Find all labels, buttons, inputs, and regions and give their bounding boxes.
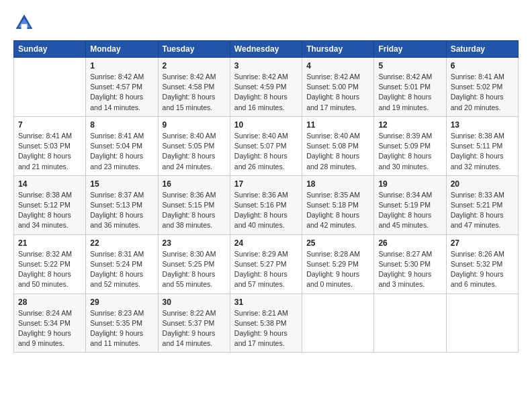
day-number: 3 <box>234 61 298 71</box>
day-info: Sunrise: 8:34 AMSunset: 5:19 PMDaylight:… <box>378 190 441 231</box>
day-number: 16 <box>163 179 226 189</box>
calendar-cell: 9Sunrise: 8:40 AMSunset: 5:05 PMDaylight… <box>158 116 230 175</box>
day-number: 7 <box>18 120 81 130</box>
calendar-cell: 29Sunrise: 8:23 AMSunset: 5:35 PMDayligh… <box>86 293 158 353</box>
logo-icon <box>13 12 35 34</box>
calendar-cell: 8Sunrise: 8:41 AMSunset: 5:04 PMDaylight… <box>86 116 158 175</box>
day-info: Sunrise: 8:33 AMSunset: 5:21 PMDaylight:… <box>451 190 514 231</box>
day-number: 11 <box>306 120 369 130</box>
day-info: Sunrise: 8:36 AMSunset: 5:15 PMDaylight:… <box>163 190 226 231</box>
day-info: Sunrise: 8:39 AMSunset: 5:09 PMDaylight:… <box>378 131 441 172</box>
day-info: Sunrise: 8:40 AMSunset: 5:07 PMDaylight:… <box>234 131 298 172</box>
col-header-wednesday: Wednesday <box>230 41 302 58</box>
calendar-cell: 14Sunrise: 8:38 AMSunset: 5:12 PMDayligh… <box>14 175 86 234</box>
day-info: Sunrise: 8:38 AMSunset: 5:12 PMDaylight:… <box>18 190 81 231</box>
day-info: Sunrise: 8:37 AMSunset: 5:13 PMDaylight:… <box>90 190 153 231</box>
day-number: 5 <box>378 61 441 71</box>
day-number: 9 <box>163 120 226 130</box>
day-info: Sunrise: 8:21 AMSunset: 5:38 PMDaylight:… <box>234 308 298 349</box>
day-number: 18 <box>306 179 369 189</box>
day-info: Sunrise: 8:27 AMSunset: 5:30 PMDaylight:… <box>378 249 441 290</box>
calendar-cell: 25Sunrise: 8:28 AMSunset: 5:29 PMDayligh… <box>302 234 374 293</box>
day-info: Sunrise: 8:42 AMSunset: 5:00 PMDaylight:… <box>306 72 369 113</box>
calendar-cell: 4Sunrise: 8:42 AMSunset: 5:00 PMDaylight… <box>302 58 374 117</box>
calendar-cell: 24Sunrise: 8:29 AMSunset: 5:27 PMDayligh… <box>230 234 302 293</box>
calendar-cell: 21Sunrise: 8:32 AMSunset: 5:22 PMDayligh… <box>14 234 86 293</box>
day-info: Sunrise: 8:41 AMSunset: 5:04 PMDaylight:… <box>90 131 153 172</box>
day-number: 26 <box>378 238 441 248</box>
day-info: Sunrise: 8:40 AMSunset: 5:08 PMDaylight:… <box>306 131 369 172</box>
day-info: Sunrise: 8:26 AMSunset: 5:32 PMDaylight:… <box>451 249 514 290</box>
day-info: Sunrise: 8:28 AMSunset: 5:29 PMDaylight:… <box>306 249 369 290</box>
day-number: 12 <box>378 120 441 130</box>
calendar-cell: 5Sunrise: 8:42 AMSunset: 5:01 PMDaylight… <box>374 58 446 117</box>
day-number: 2 <box>163 61 226 71</box>
calendar-cell <box>302 293 374 353</box>
day-info: Sunrise: 8:41 AMSunset: 5:03 PMDaylight:… <box>18 131 81 172</box>
calendar-week-row: 1Sunrise: 8:42 AMSunset: 4:57 PMDaylight… <box>14 58 519 117</box>
col-header-thursday: Thursday <box>302 41 374 58</box>
day-number: 31 <box>234 298 298 307</box>
calendar-week-row: 28Sunrise: 8:24 AMSunset: 5:34 PMDayligh… <box>14 293 519 353</box>
calendar-cell: 13Sunrise: 8:38 AMSunset: 5:11 PMDayligh… <box>446 116 518 175</box>
day-number: 14 <box>18 179 81 189</box>
col-header-monday: Monday <box>86 41 158 58</box>
day-info: Sunrise: 8:29 AMSunset: 5:27 PMDaylight:… <box>234 249 298 290</box>
day-info: Sunrise: 8:23 AMSunset: 5:35 PMDaylight:… <box>90 308 153 349</box>
calendar-cell: 6Sunrise: 8:41 AMSunset: 5:02 PMDaylight… <box>446 58 518 117</box>
day-info: Sunrise: 8:35 AMSunset: 5:18 PMDaylight:… <box>306 190 369 231</box>
calendar-cell: 10Sunrise: 8:40 AMSunset: 5:07 PMDayligh… <box>230 116 302 175</box>
day-number: 21 <box>18 238 81 248</box>
day-number: 28 <box>18 298 81 307</box>
calendar-cell <box>14 58 86 117</box>
calendar-cell: 3Sunrise: 8:42 AMSunset: 4:59 PMDaylight… <box>230 58 302 117</box>
calendar-cell: 17Sunrise: 8:36 AMSunset: 5:16 PMDayligh… <box>230 175 302 234</box>
day-number: 23 <box>163 238 226 248</box>
calendar-cell <box>446 293 518 353</box>
calendar-cell: 30Sunrise: 8:22 AMSunset: 5:37 PMDayligh… <box>158 293 230 353</box>
day-number: 27 <box>451 238 514 248</box>
calendar-cell: 16Sunrise: 8:36 AMSunset: 5:15 PMDayligh… <box>158 175 230 234</box>
day-number: 10 <box>234 120 298 130</box>
day-number: 24 <box>234 238 298 248</box>
calendar-week-row: 7Sunrise: 8:41 AMSunset: 5:03 PMDaylight… <box>14 116 519 175</box>
day-number: 17 <box>234 179 298 189</box>
page: SundayMondayTuesdayWednesdayThursdayFrid… <box>0 0 532 411</box>
day-info: Sunrise: 8:41 AMSunset: 5:02 PMDaylight:… <box>451 72 514 113</box>
calendar-week-row: 14Sunrise: 8:38 AMSunset: 5:12 PMDayligh… <box>14 175 519 234</box>
logo <box>13 12 38 34</box>
col-header-saturday: Saturday <box>446 41 518 58</box>
calendar-cell: 27Sunrise: 8:26 AMSunset: 5:32 PMDayligh… <box>446 234 518 293</box>
calendar-cell: 2Sunrise: 8:42 AMSunset: 4:58 PMDaylight… <box>158 58 230 117</box>
day-info: Sunrise: 8:30 AMSunset: 5:25 PMDaylight:… <box>163 249 226 290</box>
calendar-cell: 19Sunrise: 8:34 AMSunset: 5:19 PMDayligh… <box>374 175 446 234</box>
day-info: Sunrise: 8:42 AMSunset: 4:58 PMDaylight:… <box>163 72 226 113</box>
day-number: 13 <box>451 120 514 130</box>
day-number: 20 <box>451 179 514 189</box>
day-number: 8 <box>90 120 153 130</box>
calendar-week-row: 21Sunrise: 8:32 AMSunset: 5:22 PMDayligh… <box>14 234 519 293</box>
day-number: 6 <box>451 61 514 71</box>
calendar-cell: 28Sunrise: 8:24 AMSunset: 5:34 PMDayligh… <box>14 293 86 353</box>
calendar-cell: 18Sunrise: 8:35 AMSunset: 5:18 PMDayligh… <box>302 175 374 234</box>
calendar-cell <box>374 293 446 353</box>
col-header-tuesday: Tuesday <box>158 41 230 58</box>
day-number: 19 <box>378 179 441 189</box>
calendar-cell: 23Sunrise: 8:30 AMSunset: 5:25 PMDayligh… <box>158 234 230 293</box>
calendar-cell: 11Sunrise: 8:40 AMSunset: 5:08 PMDayligh… <box>302 116 374 175</box>
day-number: 30 <box>163 298 226 307</box>
day-info: Sunrise: 8:22 AMSunset: 5:37 PMDaylight:… <box>163 308 226 349</box>
day-info: Sunrise: 8:31 AMSunset: 5:24 PMDaylight:… <box>90 249 153 290</box>
calendar-cell: 31Sunrise: 8:21 AMSunset: 5:38 PMDayligh… <box>230 293 302 353</box>
day-info: Sunrise: 8:24 AMSunset: 5:34 PMDaylight:… <box>18 308 81 349</box>
day-number: 15 <box>90 179 153 189</box>
calendar-header-row: SundayMondayTuesdayWednesdayThursdayFrid… <box>14 41 519 58</box>
calendar-cell: 1Sunrise: 8:42 AMSunset: 4:57 PMDaylight… <box>86 58 158 117</box>
day-info: Sunrise: 8:42 AMSunset: 5:01 PMDaylight:… <box>378 72 441 113</box>
col-header-friday: Friday <box>374 41 446 58</box>
day-info: Sunrise: 8:42 AMSunset: 4:57 PMDaylight:… <box>90 72 153 113</box>
day-info: Sunrise: 8:40 AMSunset: 5:05 PMDaylight:… <box>163 131 226 172</box>
calendar-cell: 20Sunrise: 8:33 AMSunset: 5:21 PMDayligh… <box>446 175 518 234</box>
day-number: 29 <box>90 298 153 307</box>
calendar-cell: 26Sunrise: 8:27 AMSunset: 5:30 PMDayligh… <box>374 234 446 293</box>
